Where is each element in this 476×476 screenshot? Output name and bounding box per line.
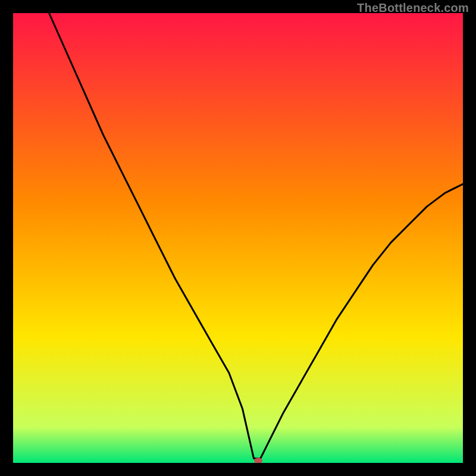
plot-area bbox=[13, 13, 463, 463]
chart-frame: TheBottleneck.com bbox=[0, 0, 476, 476]
chart-svg bbox=[13, 13, 463, 463]
watermark-text: TheBottleneck.com bbox=[357, 1, 469, 15]
